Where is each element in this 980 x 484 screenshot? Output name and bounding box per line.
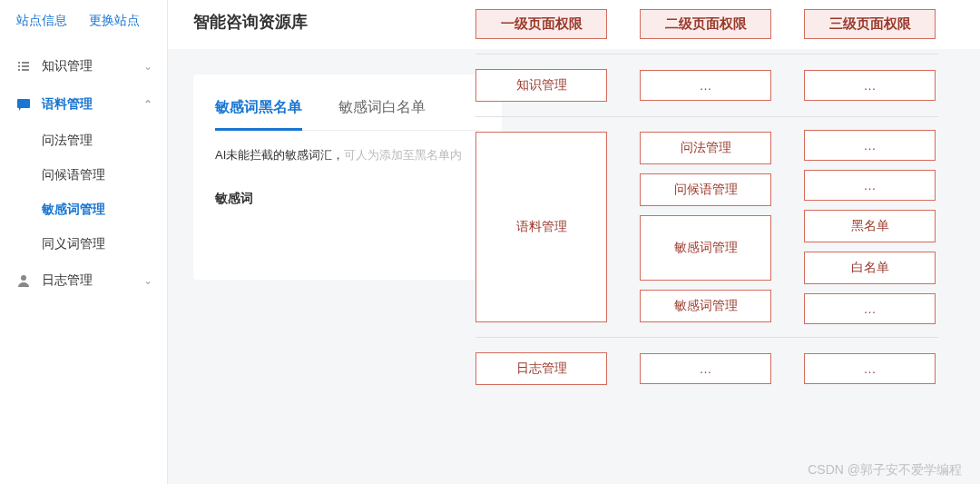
svg-point-1 bbox=[21, 275, 26, 281]
perm-box[interactable]: … bbox=[804, 353, 936, 384]
perm-box[interactable]: 日志管理 bbox=[475, 352, 607, 385]
separator bbox=[475, 116, 938, 117]
nav-logs[interactable]: 日志管理 ⌄ bbox=[0, 262, 167, 300]
card: 敏感词黑名单 敏感词白名单 AI未能拦截的敏感词汇，可人为添加至黑名单内 敏感词 bbox=[193, 74, 502, 280]
list-icon bbox=[15, 57, 33, 75]
perm-box[interactable]: … bbox=[804, 293, 936, 324]
perm-box[interactable]: 知识管理 bbox=[475, 69, 607, 102]
site-info-link[interactable]: 站点信息 bbox=[16, 13, 67, 29]
nav-sub-synonym[interactable]: 同义词管理 bbox=[42, 227, 167, 262]
nav-sub-sensitive[interactable]: 敏感词管理 bbox=[42, 193, 167, 227]
perm-box[interactable]: 语料管理 bbox=[475, 132, 607, 322]
perm-box[interactable]: 白名单 bbox=[804, 252, 936, 284]
perm-box[interactable]: 问候语管理 bbox=[640, 173, 771, 206]
permission-grid: 一级页面权限 二级页面权限 三级页面权限 知识管理 … … 语料管理 问法管理 … bbox=[475, 9, 958, 385]
perm-header-l3: 三级页面权限 bbox=[804, 9, 936, 39]
field-label: 敏感词 bbox=[215, 185, 480, 262]
site-links: 站点信息 更换站点 bbox=[0, 0, 167, 42]
tab-blacklist[interactable]: 敏感词黑名单 bbox=[215, 93, 302, 130]
nav-label: 日志管理 bbox=[42, 272, 93, 289]
perm-row: 知识管理 … … bbox=[475, 69, 958, 102]
watermark: CSDN @郭子安不爱学编程 bbox=[808, 462, 962, 479]
perm-row: 语料管理 问法管理 问候语管理 敏感词管理 敏感词管理 … … 黑名单 白名单 … bbox=[475, 132, 958, 322]
perm-box[interactable]: 敏感词管理 bbox=[640, 215, 771, 281]
switch-site-link[interactable]: 更换站点 bbox=[89, 13, 140, 29]
perm-box[interactable]: … bbox=[640, 353, 771, 384]
nav-sub-question[interactable]: 问法管理 bbox=[42, 123, 167, 158]
chevron-down-icon: ⌄ bbox=[143, 60, 152, 73]
sidebar: 站点信息 更换站点 知识管理 ⌄ 语料管理 ⌃ 问法管理 问候语管理 bbox=[0, 0, 168, 484]
user-icon bbox=[15, 272, 33, 290]
chevron-down-icon: ⌄ bbox=[143, 274, 152, 287]
nav-sub: 问法管理 问候语管理 敏感词管理 同义词管理 bbox=[0, 123, 167, 262]
nav: 知识管理 ⌄ 语料管理 ⌃ 问法管理 问候语管理 敏感词管理 同义词管理 bbox=[0, 42, 167, 305]
message-icon bbox=[15, 95, 33, 114]
nav-label: 知识管理 bbox=[42, 58, 93, 74]
hint-part1: AI未能拦截的敏感词汇， bbox=[215, 148, 344, 162]
separator bbox=[475, 54, 938, 54]
perm-box[interactable]: … bbox=[640, 70, 771, 101]
nav-label: 语料管理 bbox=[42, 96, 93, 113]
perm-box[interactable]: … bbox=[804, 170, 936, 201]
perm-box[interactable]: 黑名单 bbox=[804, 210, 936, 242]
tabs: 敏感词黑名单 敏感词白名单 bbox=[215, 93, 480, 131]
perm-box[interactable]: … bbox=[804, 70, 936, 101]
nav-knowledge[interactable]: 知识管理 ⌄ bbox=[0, 47, 167, 85]
hint-part2: 可人为添加至黑名单内 bbox=[344, 148, 462, 162]
perm-box[interactable]: … bbox=[804, 130, 936, 161]
chevron-up-icon: ⌃ bbox=[143, 98, 152, 111]
nav-sub-greeting[interactable]: 问候语管理 bbox=[42, 158, 167, 193]
nav-corpus[interactable]: 语料管理 ⌃ bbox=[0, 85, 167, 123]
svg-rect-0 bbox=[17, 99, 30, 108]
perm-header-l2: 二级页面权限 bbox=[640, 9, 771, 39]
separator bbox=[475, 337, 938, 338]
hint-text: AI未能拦截的敏感词汇，可人为添加至黑名单内 bbox=[215, 131, 480, 185]
perm-box[interactable]: 问法管理 bbox=[640, 132, 771, 164]
tab-whitelist[interactable]: 敏感词白名单 bbox=[338, 93, 426, 130]
perm-headers: 一级页面权限 二级页面权限 三级页面权限 bbox=[475, 9, 958, 39]
perm-header-l1: 一级页面权限 bbox=[475, 9, 607, 39]
perm-row: 日志管理 … … bbox=[475, 352, 958, 385]
perm-box[interactable]: 敏感词管理 bbox=[640, 290, 771, 322]
